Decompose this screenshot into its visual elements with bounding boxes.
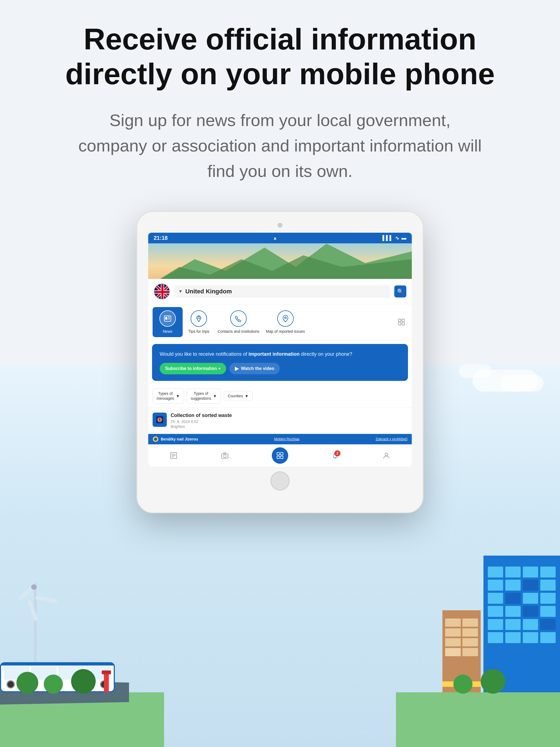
svg-rect-20 bbox=[402, 319, 404, 321]
search-button[interactable]: 🔍 bbox=[394, 285, 406, 298]
list-item-date: 25. 9. 2019 8:52 bbox=[171, 419, 407, 424]
list-item-icon bbox=[153, 413, 167, 427]
ground-right bbox=[396, 692, 560, 747]
app-header-image bbox=[148, 243, 412, 279]
svg-rect-34 bbox=[281, 453, 283, 455]
filter-counties[interactable]: Counties ▼ bbox=[224, 391, 253, 401]
hero-title: Receive official information directly on… bbox=[48, 22, 512, 91]
news-icon-circle bbox=[159, 310, 176, 327]
page-wrapper: Receive official information directly on… bbox=[0, 0, 560, 513]
info-text-end: directly on your phone? bbox=[300, 351, 352, 357]
svg-rect-19 bbox=[399, 319, 401, 321]
app-nav-camera[interactable] bbox=[221, 452, 229, 460]
location-name: United Kingdom bbox=[185, 288, 232, 295]
svg-rect-33 bbox=[277, 453, 279, 455]
filter-types-suggestions[interactable]: Types ofsuggestions ▼ bbox=[187, 389, 221, 403]
wifi-icon: ∿ bbox=[395, 235, 399, 241]
status-bar: 21:18 ▲ ▌▌▌ ∿ ▬ bbox=[148, 233, 412, 243]
svg-rect-11 bbox=[154, 291, 170, 293]
subscribe-button[interactable]: Subscribe to information + bbox=[160, 363, 226, 374]
status-location-icon: ▲ bbox=[273, 236, 277, 241]
nav-item-map[interactable]: Map of reported issues bbox=[263, 307, 308, 337]
nav-grid-button[interactable] bbox=[396, 316, 407, 328]
app-nav-messages[interactable] bbox=[170, 452, 178, 460]
list-item-title: Collection of sorted waste bbox=[171, 413, 407, 418]
nav-item-news[interactable]: News bbox=[153, 307, 183, 337]
play-icon: ▶ bbox=[235, 366, 239, 371]
location-arrow: ▼ bbox=[178, 289, 183, 294]
nav-label-contacts: Contacts and institutions bbox=[218, 329, 259, 334]
info-card: Would you like to receive notifications … bbox=[152, 344, 408, 381]
nav-label-trips: Tips for trips bbox=[188, 329, 209, 334]
tree-right-1 bbox=[481, 669, 505, 694]
hero-subtitle: Sign up for news from your local governm… bbox=[75, 107, 485, 184]
tablet-home-button[interactable] bbox=[271, 471, 289, 491]
svg-rect-35 bbox=[277, 456, 279, 459]
list-item-content: Collection of sorted waste 25. 9. 2019 8… bbox=[171, 413, 407, 429]
svg-point-18 bbox=[285, 317, 286, 318]
trips-icon-circle bbox=[190, 310, 207, 327]
search-icon: 🔍 bbox=[397, 288, 404, 295]
svg-rect-36 bbox=[281, 456, 283, 459]
nav-item-contacts[interactable]: Contacts and institutions bbox=[215, 307, 262, 337]
app-nav-bar: 2 bbox=[148, 444, 412, 466]
map-icon-circle bbox=[277, 310, 294, 327]
tablet-camera bbox=[278, 223, 282, 228]
battery-icon: ▬ bbox=[401, 235, 406, 241]
location-bar: ▼ United Kingdom 🔍 bbox=[148, 279, 412, 304]
svg-point-40 bbox=[385, 453, 388, 456]
svg-rect-13 bbox=[165, 317, 167, 319]
list-item-location: Brighton bbox=[171, 424, 407, 429]
app-nav-notifications[interactable]: 2 bbox=[331, 452, 339, 460]
status-icons: ▌▌▌ ∿ ▬ bbox=[383, 235, 406, 241]
info-card-buttons: Subscribe to information + ▶ Watch the v… bbox=[160, 363, 400, 374]
svg-rect-21 bbox=[399, 323, 401, 325]
bottom-bar-link2[interactable]: Zobrazit v prohlížeči bbox=[376, 437, 407, 441]
watch-label: Watch the video bbox=[241, 366, 274, 371]
watch-video-button[interactable]: ▶ Watch the video bbox=[229, 363, 280, 374]
app-nav-grid[interactable] bbox=[272, 447, 288, 464]
tree-left-1 bbox=[17, 672, 38, 694]
tablet-screen: 21:18 ▲ ▌▌▌ ∿ ▬ bbox=[148, 233, 412, 466]
list-item: Collection of sorted waste 25. 9. 2019 8… bbox=[148, 408, 412, 434]
nav-label-news: News bbox=[163, 329, 172, 334]
subscribe-label: Subscribe to information + bbox=[165, 366, 221, 371]
svg-rect-22 bbox=[402, 323, 404, 325]
app-bottom-bar: Benátky nad Jizerou Mobilní Rozhlas Zobr… bbox=[148, 434, 412, 444]
bottom-bar-logo: Benátky nad Jizerou bbox=[153, 436, 198, 442]
notification-badge: 2 bbox=[334, 450, 340, 456]
svg-point-26 bbox=[154, 437, 157, 441]
nav-icons-row: News Tips for trips bbox=[148, 304, 412, 340]
filter-types-messages[interactable]: Types ofmessages ▼ bbox=[153, 389, 184, 403]
red-post bbox=[104, 670, 109, 692]
filter-counties-arrow: ▼ bbox=[245, 394, 249, 398]
contacts-icon-circle bbox=[230, 310, 247, 327]
signal-icon: ▌▌▌ bbox=[383, 235, 393, 241]
location-selector[interactable]: ▼ United Kingdom bbox=[175, 285, 390, 298]
info-card-text: Would you like to receive notifications … bbox=[160, 351, 400, 358]
filter-suggestions-arrow: ▼ bbox=[213, 394, 217, 398]
tablet-mockup: 21:18 ▲ ▌▌▌ ∿ ▬ bbox=[136, 211, 424, 513]
uk-flag[interactable] bbox=[154, 283, 170, 300]
bottom-bar-link1[interactable]: Mobilní Rozhlas bbox=[274, 437, 300, 441]
info-text-normal: Would you like to receive notifications … bbox=[160, 351, 249, 357]
nav-label-map: Map of reported issues bbox=[266, 329, 305, 334]
nav-item-trips[interactable]: Tips for trips bbox=[184, 307, 214, 337]
filter-messages-arrow: ▼ bbox=[176, 394, 180, 398]
status-time: 21:18 bbox=[154, 235, 168, 241]
app-nav-profile[interactable] bbox=[382, 452, 390, 460]
info-text-bold: important information bbox=[249, 351, 300, 357]
filter-suggestions-label: Types ofsuggestions bbox=[191, 391, 211, 401]
filter-messages-label: Types ofmessages bbox=[157, 391, 174, 401]
filter-counties-label: Counties bbox=[228, 393, 243, 398]
filter-row: Types ofmessages ▼ Types ofsuggestions ▼… bbox=[148, 385, 412, 407]
bottom-bar-city: Benátky nad Jizerou bbox=[161, 437, 198, 441]
svg-point-32 bbox=[223, 455, 226, 458]
